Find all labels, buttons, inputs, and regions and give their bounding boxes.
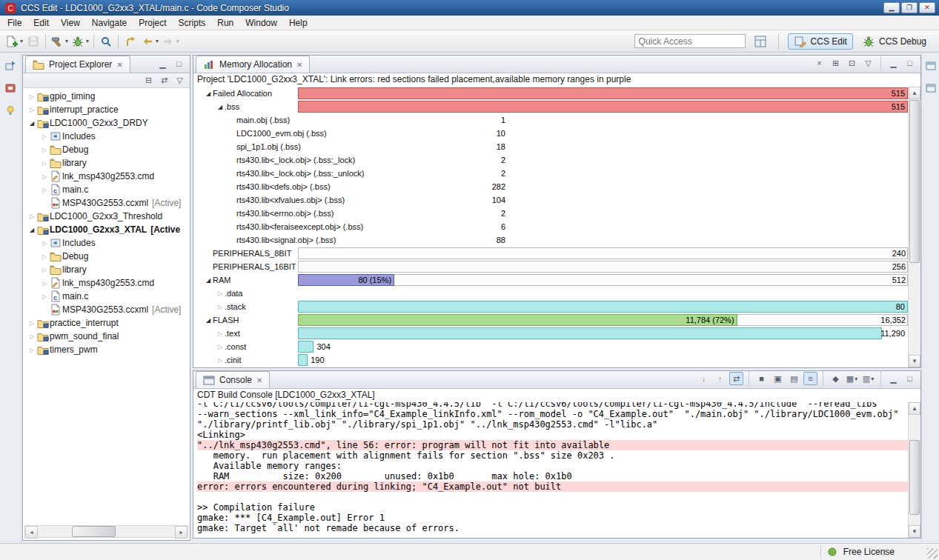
menu-project[interactable]: Project [133,16,172,30]
memory-row[interactable]: rts430.lib<defs.obj> (.bss)282 [193,180,920,193]
memory-row[interactable]: rts430.lib<errno.obj> (.bss)2 [193,207,920,220]
tree-item[interactable]: ▷practice_interrupt [23,316,190,330]
last-edit-location-button[interactable] [122,33,139,50]
new-button[interactable]: ▾ [4,33,24,50]
expand-arrow-icon[interactable]: ▷ [40,267,49,273]
expand-arrow-icon[interactable]: ▷ [27,347,36,353]
expand-arrow-icon[interactable]: ▷ [40,280,49,287]
tab-memory-allocation[interactable]: Memory Allocation ✕ [196,56,310,73]
menu-file[interactable]: File [1,16,27,30]
memory-row[interactable]: ▷.text11,290 [193,327,920,340]
tree-item[interactable]: MSP430G2553.ccxml[Active] [23,196,190,210]
scroll-down-button[interactable]: ▼ [909,355,920,367]
expand-arrow-icon[interactable]: ◢ [204,90,213,97]
remove-launch-button[interactable]: ▣ [771,372,785,385]
expand-arrow-icon[interactable]: ▷ [40,133,49,140]
build-button[interactable]: ▾ [49,33,70,50]
expand-arrow-icon[interactable]: ◢ [204,277,213,284]
expand-arrow-icon[interactable]: ▷ [40,253,49,260]
show-console-on-output-button[interactable]: ⇄ [729,372,743,385]
memory-row[interactable]: ▷.cinit190 [193,353,920,367]
scroll-left-button[interactable]: ◂ [25,526,38,539]
dropdown-arrow-icon[interactable]: ▾ [871,376,874,382]
scroll-right-button[interactable]: ▸ [175,526,188,539]
menu-scripts[interactable]: Scripts [173,16,212,30]
tree-item[interactable]: ▷Includes [23,130,190,143]
tree-item[interactable]: ▷gpio_timing [23,90,190,103]
memory-row[interactable]: rts430.lib<signal.obj> (.bss)88 [193,233,920,247]
window-close-button[interactable]: ✕ [919,2,935,13]
expand-arrow-icon[interactable]: ▷ [40,240,49,247]
expand-arrow-icon[interactable]: ▷ [216,344,225,350]
scrollbar-thumb[interactable] [909,100,920,263]
menu-navigate[interactable]: Navigate [86,16,133,30]
memory-row[interactable]: PERIPHERALS_16BIT256 [193,260,920,273]
scroll-lock-button[interactable]: ≡ [803,372,817,385]
dropdown-arrow-icon[interactable]: ▾ [156,38,159,44]
memory-row[interactable]: PERIPHERALS_8BIT240 [193,247,920,260]
getting-started-button[interactable] [2,103,19,118]
close-icon[interactable]: ✕ [296,61,303,69]
expand-arrow-icon[interactable]: ▷ [216,290,225,297]
perspective-ccs-edit[interactable]: CCS Edit [788,33,853,50]
scrollbar-track[interactable] [38,526,175,537]
memory-row[interactable]: ◢FLASH11,784 (72%)16,352 [193,313,920,327]
memory-row[interactable]: main.obj (.bss)1 [193,113,920,127]
close-icon[interactable]: ✕ [116,61,123,69]
menu-run[interactable]: Run [211,16,239,30]
forward-button[interactable]: ▾ [160,33,181,50]
expand-arrow-icon[interactable]: ▷ [216,357,225,364]
window-minimize-button[interactable]: ▁ [883,2,900,13]
pin-console-button[interactable]: ◆ [829,372,843,385]
scroll-up-button[interactable]: ▲ [909,402,920,415]
perspective-ccs-debug[interactable]: CCS Debug [856,33,932,50]
scrollbar-thumb[interactable] [909,440,920,515]
tree-item[interactable]: ▷pwm_sound_final [23,330,190,343]
tree-item[interactable]: ▷library [23,156,190,170]
tree-item[interactable]: ▷timers_pwm [23,343,190,356]
tree-item[interactable]: ▷lnk_msp430g2553.cmd [23,170,190,183]
link-with-editor-button[interactable]: ⇄ [157,74,171,87]
memory-row[interactable]: ▷.stack80 [193,300,920,313]
clear-console-button[interactable]: ▤ [787,372,801,385]
tree-item[interactable]: ◢LDC1000_G2xx3_XTAL[Active [23,223,190,236]
horizontal-scrollbar[interactable]: ◂ ▸ [24,525,188,538]
memory-row[interactable]: ◢RAM80 (15%)512 [193,273,920,287]
save-button[interactable] [24,33,42,50]
back-button[interactable]: ▾ [139,33,160,50]
vertical-scrollbar[interactable]: ▲ ▼ [908,87,920,367]
tree-item[interactable]: ▷cmain.c [23,183,190,196]
expand-arrow-icon[interactable]: ▷ [216,304,225,310]
terminate-button[interactable]: ■ [754,372,769,385]
expand-arrow-icon[interactable]: ▷ [40,187,49,193]
menu-view[interactable]: View [55,16,86,30]
vertical-scrollbar[interactable]: ▲ ▼ [908,402,920,538]
tab-console[interactable]: Console ✕ [196,371,270,388]
menu-edit[interactable]: Edit [27,16,55,30]
expand-arrow-icon[interactable]: ◢ [27,120,36,127]
open-perspective-button[interactable] [751,33,769,50]
window-maximize-button[interactable]: ❐ [901,2,918,13]
open-console-button[interactable]: ▦▾ [845,372,859,385]
memory-row[interactable]: ◢Failed Allocation515 [193,87,920,100]
expand-arrow-icon[interactable]: ▷ [216,330,225,337]
expand-arrow-icon[interactable]: ▷ [27,333,36,340]
expand-arrow-icon[interactable]: ◢ [204,317,213,324]
previous-error-button[interactable]: ↑ [713,372,727,385]
expand-arrow-icon[interactable]: ◢ [27,227,36,233]
memory-row[interactable]: LDC1000_evm.obj (.bss)10 [193,127,920,140]
tree-item[interactable]: ▷Includes [23,236,190,250]
expand-arrow-icon[interactable]: ▷ [27,107,36,113]
memory-row[interactable]: rts430.lib<feraiseexcept.obj> (.bss)6 [193,220,920,233]
expand-arrow-icon[interactable]: ▷ [40,147,49,153]
scroll-down-button[interactable]: ▼ [909,525,920,538]
search-button[interactable] [97,33,115,50]
dropdown-arrow-icon[interactable]: ▾ [20,38,23,44]
dropdown-arrow-icon[interactable]: ▾ [86,38,89,44]
view-menu-button[interactable]: ▽ [861,56,875,70]
expand-arrow-icon[interactable]: ▷ [40,173,49,180]
memory-row[interactable]: ▷.const304 [193,340,920,353]
memory-row[interactable]: rts430.lib<_lock.obj> (.bss:_unlock)2 [193,167,920,180]
expand-arrow-icon[interactable]: ▷ [40,293,49,300]
maximize-button[interactable]: □ [903,372,917,385]
